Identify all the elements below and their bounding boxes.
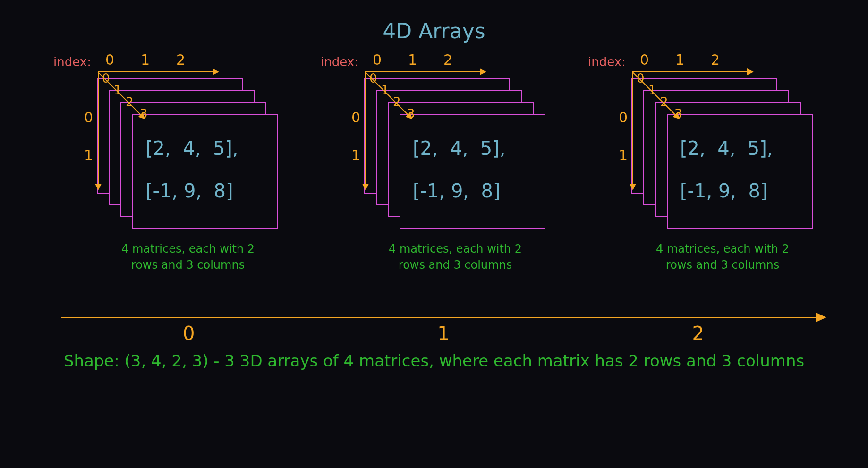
group-caption: 4 matrices, each with 2 rows and 3 colum… bbox=[640, 241, 805, 273]
outer-index-2: 2 bbox=[692, 323, 704, 344]
row-axis-arrow-icon bbox=[632, 71, 633, 189]
shape-description: Shape: (3, 4, 2, 3) - 3 3D arrays of 4 m… bbox=[0, 344, 868, 370]
array-group-0: index: 0 1 2 0 1 2 3 0 1 [2, 4, 5], [-1,… bbox=[44, 52, 289, 289]
col-index-0: 0 bbox=[640, 51, 649, 68]
matrix-row-0: [2, 4, 5], bbox=[680, 137, 773, 159]
row-index-0: 0 bbox=[84, 109, 93, 126]
matrix-sheet-front bbox=[132, 114, 278, 229]
matrix-row-0: [2, 4, 5], bbox=[413, 137, 506, 159]
outer-axis-indices: 0 1 2 bbox=[0, 318, 868, 344]
column-axis-arrow-icon bbox=[365, 71, 485, 72]
row-index-0: 0 bbox=[351, 109, 360, 126]
groups-row: index: 0 1 2 0 1 2 3 0 1 [2, 4, 5], [-1,… bbox=[0, 52, 868, 289]
outer-axis-arrow-icon bbox=[61, 317, 825, 318]
page-title: 4D Arrays bbox=[0, 0, 868, 52]
col-index-1: 1 bbox=[408, 51, 417, 68]
outer-index-0: 0 bbox=[183, 323, 195, 344]
matrix-row-0: [2, 4, 5], bbox=[145, 137, 238, 159]
col-index-0: 0 bbox=[373, 51, 382, 68]
col-index-2: 2 bbox=[443, 51, 452, 68]
row-index-1: 1 bbox=[619, 147, 628, 163]
col-index-2: 2 bbox=[176, 51, 185, 68]
index-label: index: bbox=[53, 55, 91, 69]
array-group-2: index: 0 1 2 0 1 2 3 0 1 [2, 4, 5], [-1,… bbox=[579, 52, 824, 289]
col-index-1: 1 bbox=[141, 51, 150, 68]
matrix-row-1: [-1, 9, 8] bbox=[680, 180, 768, 202]
group-caption: 4 matrices, each with 2 rows and 3 colum… bbox=[373, 241, 538, 273]
column-axis-arrow-icon bbox=[98, 71, 218, 72]
index-label: index: bbox=[588, 55, 626, 69]
row-index-1: 1 bbox=[84, 147, 93, 163]
index-label: index: bbox=[321, 55, 358, 69]
matrix-row-1: [-1, 9, 8] bbox=[413, 180, 501, 202]
outer-index-1: 1 bbox=[437, 323, 449, 344]
array-group-1: index: 0 1 2 0 1 2 3 0 1 [2, 4, 5], [-1,… bbox=[311, 52, 557, 289]
matrix-sheet-front bbox=[400, 114, 545, 229]
row-index-1: 1 bbox=[351, 147, 360, 163]
col-index-0: 0 bbox=[105, 51, 114, 68]
group-caption: 4 matrices, each with 2 rows and 3 colum… bbox=[105, 241, 271, 273]
row-index-0: 0 bbox=[619, 109, 628, 126]
col-index-2: 2 bbox=[711, 51, 720, 68]
matrix-sheet-front bbox=[667, 114, 813, 229]
matrix-row-1: [-1, 9, 8] bbox=[145, 180, 233, 202]
col-index-1: 1 bbox=[675, 51, 684, 68]
row-axis-arrow-icon bbox=[98, 71, 99, 189]
row-axis-arrow-icon bbox=[365, 71, 366, 189]
column-axis-arrow-icon bbox=[632, 71, 753, 72]
